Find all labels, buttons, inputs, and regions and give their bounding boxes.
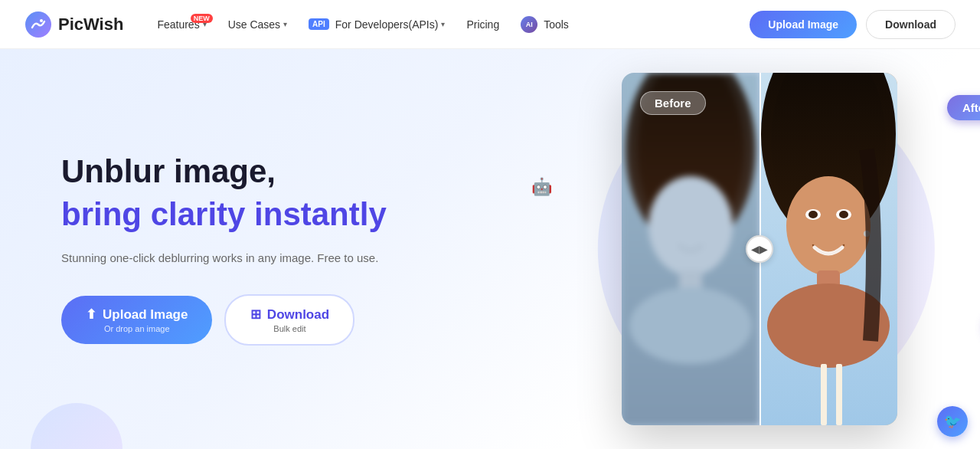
robot-emoji: 🤖 xyxy=(531,177,552,197)
hero-upload-button[interactable]: ⬆ Upload Image Or drop an image xyxy=(61,296,212,344)
after-image xyxy=(760,73,897,425)
chat-button[interactable]: 🐦 xyxy=(937,406,968,437)
use-cases-chevron-icon: ▾ xyxy=(283,20,287,28)
nav-features[interactable]: Features NEW ▾ xyxy=(148,12,215,37)
hero-buttons: ⬆ Upload Image Or drop an image ⊞ Downlo… xyxy=(61,294,493,346)
nav-use-cases[interactable]: Use Cases ▾ xyxy=(219,12,296,37)
navbar: PicWish Features NEW ▾ Use Cases ▾ API F… xyxy=(0,0,980,49)
nav-pricing-label: Pricing xyxy=(466,18,499,31)
hero-title-line1: Unblur image, xyxy=(61,152,493,191)
hero-left: Unblur image, bring clarity instantly St… xyxy=(0,49,539,449)
svg-rect-20 xyxy=(836,364,842,425)
hero-download-button[interactable]: ⊞ Download Bulk edit xyxy=(224,294,354,346)
nav-links: Features NEW ▾ Use Cases ▾ API For Devel… xyxy=(148,10,750,39)
nav-pricing[interactable]: Pricing xyxy=(457,12,508,37)
hero-dl-main: ⊞ Download xyxy=(250,306,329,323)
svg-point-1 xyxy=(40,19,43,22)
svg-point-13 xyxy=(808,211,818,218)
svg-rect-19 xyxy=(821,364,827,425)
new-badge: NEW xyxy=(191,14,213,23)
comparison-handle[interactable]: ◀▶ xyxy=(746,235,773,263)
svg-point-15 xyxy=(839,211,848,218)
svg-point-5 xyxy=(648,176,733,276)
nav-tools[interactable]: AI Tools xyxy=(511,10,578,39)
nav-use-cases-label: Use Cases xyxy=(228,18,280,31)
download-windows-icon: ⊞ xyxy=(250,306,261,323)
upload-icon: ⬆ xyxy=(86,306,96,323)
hero-dl-sub: Bulk edit xyxy=(273,324,305,333)
hero-dl-label: Download xyxy=(267,307,329,323)
api-badge: API xyxy=(309,18,329,30)
nav-for-developers[interactable]: API For Developers(APIs) ▾ xyxy=(299,12,454,37)
ai-badge: AI xyxy=(521,16,537,33)
image-comparison: ◀▶ Before xyxy=(622,73,897,425)
developers-chevron-icon: ▾ xyxy=(441,20,445,28)
before-label: Before xyxy=(640,91,706,115)
before-image xyxy=(622,73,760,425)
hero-right: ◀▶ Before After 🤖 👍 😊 🎁 ✦ ✦ xyxy=(539,49,980,449)
nav-actions: Upload Image Download xyxy=(750,10,956,39)
chat-icon: 🐦 xyxy=(944,413,961,430)
logo[interactable]: PicWish xyxy=(24,11,123,38)
nav-download-button[interactable]: Download xyxy=(866,10,956,39)
hero-upload-label: Upload Image xyxy=(103,307,188,323)
logo-icon xyxy=(24,11,52,38)
hero-section: Unblur image, bring clarity instantly St… xyxy=(0,49,980,449)
hero-upload-main: ⬆ Upload Image xyxy=(86,306,188,323)
after-label: After xyxy=(947,95,980,120)
nav-tools-label: Tools xyxy=(544,18,569,31)
hero-subtitle: Stunning one-click deblurring works in a… xyxy=(61,250,493,267)
logo-text: PicWish xyxy=(58,15,123,34)
hero-upload-sub: Or drop an image xyxy=(104,324,170,333)
svg-point-11 xyxy=(786,176,871,276)
svg-point-7 xyxy=(629,287,752,364)
nav-for-developers-label: For Developers(APIs) xyxy=(335,18,439,31)
hero-title-line2: bring clarity instantly xyxy=(61,195,493,234)
nav-upload-button[interactable]: Upload Image xyxy=(750,11,857,38)
